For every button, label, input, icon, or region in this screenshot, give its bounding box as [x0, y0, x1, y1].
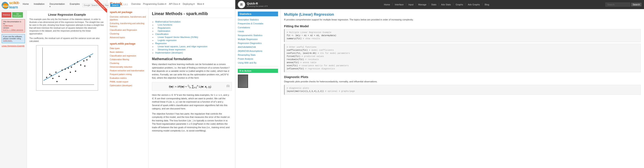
spark-nav-programming[interactable]: Programming Guides ▾: [143, 3, 166, 5]
spark-sidebar-clustering[interactable]: Clustering: [110, 62, 119, 64]
quickr-link-power[interactable]: Power Analysis: [238, 57, 278, 60]
spark-sidebar-basicstats[interactable]: Basic statistics: [110, 51, 124, 53]
svg-point-8: [55, 72, 56, 73]
quickr-link-anova[interactable]: ANOVA/MANOVA: [238, 46, 278, 49]
spark-sidebar-link-classification[interactable]: Classification and Regression: [110, 29, 137, 31]
spark-sidebar-link-pipelines[interactable]: Overview: estimators, transformers and p…: [110, 16, 146, 21]
sklearn-cite-link[interactable]: scikit-learn.: [3, 40, 12, 42]
svg-point-24: [50, 75, 52, 76]
prev-button[interactable]: Previous: [2, 12, 11, 18]
r-in-action-section: R in Action: [238, 69, 278, 88]
panel-quickr: R Quick-R accessing the power of R Home …: [235, 0, 644, 168]
spark-nav-api[interactable]: API Docs ▾: [169, 3, 180, 5]
spark-nav-more[interactable]: More ▾: [197, 3, 204, 5]
quickr-nav-input[interactable]: Input: [407, 2, 415, 6]
spark-toc-opt[interactable]: Optimization: [158, 30, 170, 32]
quickr-search: Search: [606, 2, 642, 6]
spark-content: Linear Methods - spark.mllib Mathematica…: [148, 8, 235, 168]
quickr-nav-advgraphs[interactable]: Adv Graphs: [466, 2, 482, 6]
sklearn-version-line1: This documentation is for: [3, 21, 24, 25]
spark-sidebar-datatypes[interactable]: Data types: [110, 47, 120, 50]
spark-sidebar-classreg[interactable]: Classification and regression: [110, 55, 136, 57]
spark-sidebar-pmml[interactable]: PMML model export: [110, 81, 128, 83]
quickr-link-descriptive[interactable]: Descriptive Statistics: [238, 18, 278, 21]
quickr-link-manova-assump[interactable]: (M)ANOVA Assumptions: [238, 49, 278, 53]
quickr-nav-interface[interactable]: Interface: [393, 2, 406, 6]
quickr-link-ttests[interactable]: t-tests: [238, 30, 278, 33]
spark-sidebar-fpm[interactable]: Frequent pattern mining: [110, 73, 132, 76]
spark-sidebar-featext[interactable]: Feature extraction and transformation: [110, 70, 144, 72]
quickr-link-multireg[interactable]: Multiple Regression: [238, 38, 278, 41]
sklearn-para1: This example uses the only the first fea…: [29, 18, 105, 35]
sklearn-version-line3: version: [3, 27, 24, 29]
spark-sidebar-collab[interactable]: Collaborative filtering: [110, 58, 129, 61]
svg-point-22: [75, 70, 76, 72]
svg-point-7: [52, 78, 54, 79]
sklearn-para2: The coefficients, the residual sum of sq…: [29, 37, 105, 43]
spark-nav-overview[interactable]: Overview: [131, 3, 140, 5]
quickr-header: R Quick-R accessing the power of R Home …: [235, 0, 644, 9]
quickr-nav-manage[interactable]: Manage: [416, 2, 428, 6]
sklearn-example-link[interactable]: Linear Regression Example: [2, 45, 25, 47]
quickr-nav-graphs[interactable]: Graphs: [454, 2, 465, 6]
sklearn-logo-icon: sklearn: [2, 2, 8, 8]
spark-sidebar-dimred[interactable]: Dimensionality reduction: [110, 66, 132, 68]
quickr-link-withandby[interactable]: Using With and By: [238, 61, 278, 64]
spark-toc-regression[interactable]: Regression: [155, 42, 167, 44]
svg-point-6: [49, 74, 50, 75]
spark-sidebar-link-features[interactable]: Extracting, transforming and selecting f…: [110, 22, 144, 28]
svg-line-4: [44, 54, 93, 80]
quickr-link-correlations[interactable]: Correlations: [238, 26, 278, 29]
sklearn-nav-home[interactable]: Home: [22, 2, 30, 8]
spark-nav-deploying[interactable]: Deploying ▾: [183, 3, 195, 5]
quickr-nav-home[interactable]: Home: [382, 2, 392, 6]
svg-point-12: [68, 68, 69, 69]
spark-toc-reg[interactable]: Regularizers: [158, 26, 170, 29]
spark-sidebar-evalmetrics[interactable]: Evaluation metrics: [110, 77, 127, 79]
svg-point-15: [77, 61, 78, 62]
spark-toc-class[interactable]: Classification: [155, 33, 169, 35]
svg-text:sklearn: sklearn: [2, 5, 9, 7]
quickr-fitting-title: Fitting the Model: [284, 24, 641, 28]
quickr-search-input[interactable]: [606, 2, 630, 6]
fork-label: Fork me on GitHub: [93, 0, 107, 12]
quickr-nav-blog[interactable]: Blog: [483, 2, 491, 6]
sklearn-search-button[interactable]: Search: [110, 4, 120, 7]
quickr-subtitle: R provides comprehensive support for mul…: [284, 18, 641, 22]
spark-sidebar-link-clustering[interactable]: Clustering: [110, 32, 119, 35]
spark-sidebar-mllib: spark.mllib package Data types Basic sta…: [110, 42, 146, 87]
sklearn-nav-installation[interactable]: Installation: [32, 2, 46, 8]
sklearn-logo: sklearn scikit-learn: [2, 1, 20, 10]
spark-toc-leastsq[interactable]: Linear least squares, Lasso, and ridge r…: [158, 45, 208, 48]
sklearn-cite-info: If you use the software, please consider…: [2, 34, 25, 43]
quickr-link-nonparam[interactable]: Nonparametric Statistics: [238, 34, 278, 37]
spark-toc-math[interactable]: Mathematical formulation: [155, 20, 180, 23]
spark-logo-version: 1.6.1: [123, 3, 128, 6]
svg-point-13: [71, 66, 72, 68]
spark-sidebar-link-advanced[interactable]: Advanced topics: [110, 36, 125, 38]
quickr-nav-divider7: |: [465, 2, 466, 6]
spark-toc-loss[interactable]: Loss functions: [158, 24, 172, 26]
spark-toc-logistic[interactable]: Logistic regression: [158, 39, 177, 42]
quickr-diag-para: Diagnostic plots provide checks for hete…: [284, 80, 641, 84]
spark-toc-svm[interactable]: Linear Support Vector Machines (SVMs): [158, 36, 198, 38]
spark-math-para1: Many standard machine learning methods c…: [152, 62, 232, 80]
sklearn-version-link[interactable]: 0.17.1 — Other versions: [3, 29, 23, 31]
spark-toc-streaming[interactable]: Streaming linear regression: [158, 48, 186, 51]
sklearn-nav-documentation[interactable]: Documentation ▾: [48, 2, 66, 8]
spark-formula: f(w) := λR(w) + 1/n ∑i=1n L(w; xi, yi). …: [152, 82, 232, 91]
spark-toc-impl[interactable]: Implementation (developer): [155, 52, 183, 54]
svg-point-18: [86, 59, 88, 60]
quickr-link-frequencies[interactable]: Frequencies & Crosstabs: [238, 22, 278, 25]
quickr-link-regdiag[interactable]: Regression Diagnostics: [238, 42, 278, 45]
spark-sidebar-optdev[interactable]: Optimization (developer): [110, 84, 132, 87]
svg-point-5: [46, 77, 47, 78]
svg-point-14: [74, 63, 75, 64]
quickr-search-button[interactable]: Search: [631, 3, 642, 6]
sklearn-nav-examples[interactable]: Examples: [68, 2, 81, 8]
quickr-nav-advstats[interactable]: Adv Stats: [440, 2, 452, 6]
spark-sidebar-mllib-title: spark.mllib package: [110, 42, 146, 45]
quickr-link-resampling[interactable]: Resampling Stats: [238, 53, 278, 56]
up-button[interactable]: UpExamples: [12, 12, 23, 18]
quickr-nav-stats[interactable]: Stats: [430, 2, 438, 6]
